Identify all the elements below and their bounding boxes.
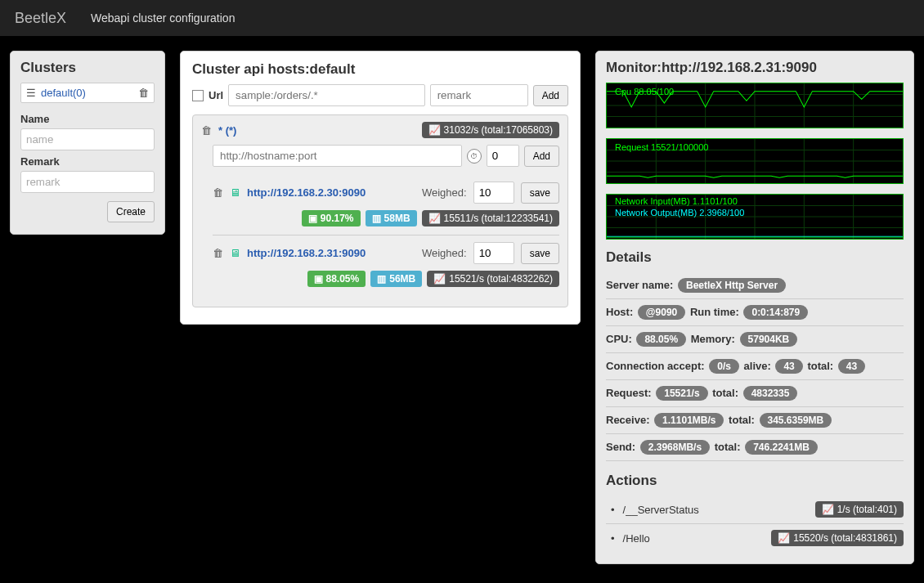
network-chart: Network Input(MB) 1.1101/100 Network Out… — [606, 194, 904, 240]
subtitle: Webapi cluster configuration — [91, 11, 235, 25]
name-label: Name — [20, 113, 155, 125]
main-title: Cluster api hosts:default — [192, 61, 568, 78]
cpu-chart-label: Cpu 88.05/100 — [615, 87, 674, 96]
weighed-label: Weighed: — [422, 186, 467, 199]
details-title: Details — [606, 249, 904, 266]
cluster-row[interactable]: ☰ default(0) 🗑 — [20, 83, 155, 103]
request-chart-label: Request 15521/100000 — [615, 142, 708, 152]
detail-key: Server name: — [606, 279, 673, 291]
detail-key: Receive: — [606, 414, 649, 426]
stats-badge: 📈 15511/s (total:12233541) — [422, 210, 559, 226]
save-button[interactable]: save — [521, 243, 559, 264]
mem-icon: ▥ — [372, 213, 381, 224]
detail-value: 345.6359MB — [760, 413, 832, 428]
chart-icon: 📈 — [428, 213, 441, 224]
detail-row: Server name: BeetleX Http Server — [606, 272, 904, 299]
action-stats-badge: 📈 1/s (total:401) — [815, 501, 904, 518]
url-remark-input[interactable] — [430, 84, 528, 106]
clock-icon: ⏱ — [467, 149, 482, 164]
action-name: /__ServerStatus — [623, 504, 815, 516]
action-name: /Hello — [623, 532, 772, 545]
detail-key: Run time: — [690, 306, 739, 318]
chart-icon: 📈 — [428, 124, 441, 136]
group-stats-badge: 📈 31032/s (total:17065803) — [422, 122, 559, 138]
host-row: 🗑 🖥 http://192.168.2.30:9090 Weighed: sa… — [213, 175, 559, 235]
detail-row: Receive: 1.1101MB/s total: 345.6359MB — [606, 407, 904, 434]
remark-input[interactable] — [20, 171, 155, 193]
detail-key: Host: — [606, 306, 633, 318]
detail-key: alive: — [744, 360, 771, 372]
cpu-chart: Cpu 88.05/100 — [606, 83, 904, 128]
url-input[interactable] — [228, 84, 425, 106]
detail-value: @9090 — [638, 305, 685, 320]
weighed-label: Weighed: — [422, 247, 467, 259]
bullet-icon: • — [611, 532, 615, 545]
host-url[interactable]: http://192.168.2.30:9090 — [247, 186, 415, 199]
monitor-panel: Monitor:http://192.168.2.31:9090 Cpu 88.… — [595, 51, 914, 564]
detail-key: Request: — [606, 387, 652, 399]
bullet-icon: • — [611, 504, 615, 516]
detail-row: Request: 15521/s total: 4832335 — [606, 380, 904, 407]
clusters-panel: Clusters ☰ default(0) 🗑 Name Remark Crea… — [10, 51, 165, 235]
action-row: • /__ServerStatus 📈 1/s (total:401) — [606, 496, 904, 524]
clusters-title: Clusters — [20, 60, 155, 76]
cpu-icon: ▣ — [314, 273, 323, 285]
monitor-title: Monitor:http://192.168.2.31:9090 — [606, 60, 904, 76]
cpu-icon: ▣ — [308, 213, 317, 224]
server-icon: 🖥 — [230, 247, 240, 259]
add-host-button[interactable]: Add — [524, 146, 559, 167]
detail-value: 43 — [838, 359, 865, 374]
detail-key: Send: — [606, 441, 635, 453]
create-button[interactable]: Create — [107, 201, 155, 222]
mem-badge: ▥ 58MB — [366, 210, 417, 226]
topbar: BeetleX Webapi cluster configuration — [0, 0, 924, 36]
detail-value: 746.2241MB — [745, 440, 818, 455]
host-url[interactable]: http://192.168.2.31:9090 — [247, 247, 415, 259]
detail-value: 1.1101MB/s — [654, 413, 724, 428]
list-icon: ☰ — [26, 87, 36, 99]
mem-badge: ▥ 56MB — [370, 271, 422, 287]
trash-icon[interactable]: 🗑 — [138, 87, 149, 99]
chart-icon: 📈 — [822, 504, 834, 515]
detail-key: Connection accept: — [606, 360, 705, 372]
detail-row: Send: 2.3968MB/s total: 746.2241MB — [606, 434, 904, 461]
detail-row: Connection accept: 0/s alive: 43 total: … — [606, 353, 904, 380]
weighed-input[interactable] — [473, 182, 514, 204]
detail-value: 4832335 — [743, 386, 798, 401]
cpu-badge: ▣ 88.05% — [307, 271, 366, 287]
detail-key: CPU: — [606, 333, 632, 345]
weighed-input[interactable] — [473, 242, 514, 264]
detail-key: total: — [715, 441, 741, 453]
brand: BeetleX — [15, 10, 66, 27]
detail-value: 15521/s — [656, 386, 707, 401]
name-input[interactable] — [20, 128, 155, 150]
trash-icon[interactable]: 🗑 — [213, 186, 223, 199]
action-row: • /Hello 📈 15520/s (total:4831861) — [606, 524, 904, 552]
detail-value: 57904KB — [740, 332, 798, 347]
save-button[interactable]: save — [521, 182, 559, 204]
detail-value: 88.05% — [636, 332, 686, 347]
url-row: Url Add — [192, 84, 568, 106]
detail-key: Memory: — [691, 333, 735, 345]
interval-input[interactable] — [487, 145, 519, 167]
cpu-badge: ▣ 90.17% — [302, 210, 361, 226]
remark-label: Remark — [20, 155, 155, 168]
url-pattern[interactable]: * (*) — [218, 124, 422, 137]
cluster-name: default(0) — [41, 87, 138, 99]
trash-icon[interactable]: 🗑 — [201, 124, 212, 137]
chart-icon: 📈 — [433, 273, 446, 285]
detail-value: 2.3968MB/s — [640, 440, 710, 455]
net-in-chart-label: Network Input(MB) 1.1101/100 — [615, 196, 738, 206]
host-group: 🗑 * (*) 📈 31032/s (total:17065803) ⏱ Add… — [192, 114, 568, 307]
host-input[interactable] — [213, 145, 462, 167]
mem-icon: ▥ — [377, 273, 386, 285]
trash-icon[interactable]: 🗑 — [213, 247, 223, 259]
add-url-button[interactable]: Add — [533, 85, 568, 106]
detail-key: total: — [712, 387, 738, 399]
action-stats-badge: 📈 15520/s (total:4831861) — [771, 530, 904, 546]
checkbox-icon[interactable] — [192, 90, 204, 101]
detail-value: BeetleX Http Server — [678, 278, 786, 293]
stats-badge: 📈 15521/s (total:4832262) — [427, 271, 559, 287]
detail-key: total: — [729, 414, 755, 426]
detail-value: 0:0:14:879 — [743, 305, 808, 320]
